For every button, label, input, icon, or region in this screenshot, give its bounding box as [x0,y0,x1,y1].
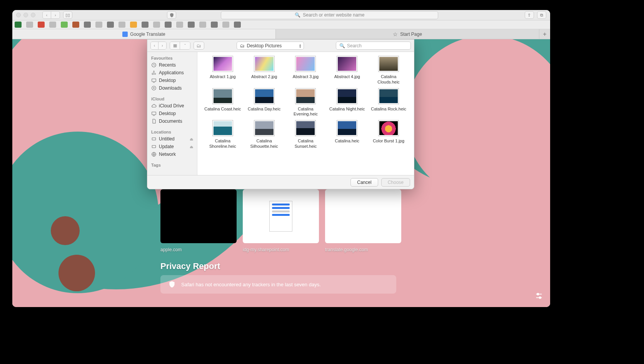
icon-view-button[interactable]: ▦ [170,42,180,49]
favbar-icon[interactable] [199,22,206,28]
sheet-search[interactable]: 🔍 Search [336,42,411,50]
tab-bar: Google Translate ☆ Start Page + [12,29,550,39]
location-popup[interactable]: 🗂 Desktop Pictures ▴▾ [237,42,304,50]
translate-icon [122,32,128,37]
sidebar-toggle[interactable]: ▯▯ [63,11,72,19]
file-item[interactable]: Abstract 4.jpg [327,56,367,85]
file-item[interactable]: Catalina.heic [327,120,367,149]
file-name: Abstract 3.jpg [293,74,319,80]
traffic-lights[interactable] [16,13,35,17]
tab-start-page[interactable]: ☆ Start Page [276,29,539,39]
favbar-icon[interactable] [15,22,22,28]
file-item[interactable]: Catalina Shoreline.heic [203,120,243,149]
favbar-icon[interactable] [49,22,56,28]
sidebar-item-downloads[interactable]: Downloads [147,84,197,92]
sidebar-item-untitled[interactable]: Untitled⏏ [147,135,197,143]
view-chevron-button[interactable]: ˇ [180,42,190,49]
file-item[interactable]: Color Burst 1.jpg [369,120,409,149]
max-dot[interactable] [31,13,35,17]
cancel-button[interactable]: Cancel [350,178,378,187]
file-item[interactable]: Catalina Clouds.heic [369,56,409,85]
favbar-icon[interactable] [107,22,114,28]
favbar-icon[interactable] [188,22,195,28]
desktop-icon [151,78,157,83]
favourite-card[interactable]: idg-my.sharepoint.com [243,189,319,252]
favbar-icon[interactable] [153,22,160,28]
choose-button[interactable]: Choose [381,178,410,187]
file-name: Abstract 2.jpg [251,74,277,80]
sidebar-item-network[interactable]: Network [147,150,197,158]
favbar-icon[interactable] [211,22,218,28]
privacy-shield-button[interactable] [167,11,176,19]
card-label: translate.google.com [325,247,401,252]
favbar-icon[interactable] [84,22,91,28]
sidebar-item-icloud-drive[interactable]: iCloud Drive [147,102,197,110]
favbar-icon[interactable] [165,22,172,28]
sidebar-item-applications[interactable]: Applications [147,69,197,77]
address-bar[interactable]: 🔍 Search or enter website name [221,11,438,19]
sidebar-section-tags: Tags [147,161,197,168]
file-item[interactable]: Catalina Evening.heic [286,88,326,117]
tab-google-translate[interactable]: Google Translate [12,29,276,39]
file-name: Catalina Clouds.heic [369,74,408,85]
new-tab-button[interactable]: + [539,29,550,39]
favbar-icon[interactable] [142,22,148,28]
file-grid-area[interactable]: Abstract 1.jpgAbstract 2.jpgAbstract 3.j… [197,52,414,175]
file-name: Catalina Silhouette.heic [245,139,284,149]
sidebar-item-desktop[interactable]: Desktop [147,77,197,84]
sidebar-item-update[interactable]: Update⏏ [147,143,197,150]
sheet-back-button[interactable]: ‹ [151,42,158,49]
file-thumbnail [254,88,275,104]
favbar-icon[interactable] [222,22,229,28]
file-item[interactable]: Catalina Night.heic [327,88,367,117]
favbar-icon[interactable] [95,22,102,28]
favbar-icon[interactable] [61,22,68,28]
back-button[interactable]: ‹ [43,12,51,18]
file-item[interactable]: Abstract 1.jpg [203,56,243,85]
privacy-heading: Privacy Report [160,261,220,271]
favourite-card[interactable]: apple.com [160,189,237,252]
sidebar-item-icloud-desktop[interactable]: Desktop [147,110,197,117]
sidebar-item-documents[interactable]: Documents [147,117,197,125]
share-button[interactable]: ⇪ [525,11,534,19]
picker-sidebar: Favourites Recents Applications Desktop … [147,52,197,175]
file-thumbnail [212,88,233,104]
file-item[interactable]: Catalina Coast.heic [203,88,243,117]
privacy-report-box[interactable]: Safari has not encountered any trackers … [160,275,396,294]
favourites-row: apple.com idg-my.sharepoint.com translat… [160,189,401,252]
file-thumbnail [295,88,316,104]
favbar-icon[interactable] [176,22,183,28]
file-name: Color Burst 1.jpg [373,139,404,144]
file-item[interactable]: Catalina Sunset.heic [286,120,326,149]
eject-icon[interactable]: ⏏ [190,137,193,141]
file-name: Catalina Evening.heic [286,107,325,117]
min-dot[interactable] [23,13,28,17]
favbar-icon[interactable] [38,22,45,28]
sidebar-section-locations: Locations [147,128,197,135]
file-item[interactable]: Abstract 2.jpg [244,56,284,85]
favbar-icon[interactable] [118,22,125,28]
favbar-icon[interactable] [72,22,79,28]
sidebar-section-icloud: iCloud [147,95,197,102]
tabs-overview-button[interactable]: ⧉ [537,11,546,19]
open-file-sheet: ‹ › ▦ ˇ 🗂 🗂 Desktop Pictures ▴▾ 🔍 Search [147,39,414,189]
close-dot[interactable] [16,13,21,17]
sheet-forward-button[interactable]: › [158,42,166,49]
card-preview [160,189,237,243]
file-item[interactable]: Catalina Day.heic [244,88,284,117]
search-placeholder: Search [347,43,362,48]
file-item[interactable]: Abstract 3.jpg [286,56,326,85]
favbar-icon[interactable] [26,22,33,28]
group-button[interactable]: 🗂 [194,42,204,50]
eject-icon[interactable]: ⏏ [190,145,193,149]
favbar-icon[interactable] [130,22,137,28]
folder-icon: 🗂 [240,43,245,48]
forward-button[interactable]: › [51,12,60,18]
window-toolbar: ‹ › ▯▯ 🔍 Search or enter website name ⇪ … [12,10,550,20]
favourite-card[interactable]: translate.google.com [325,189,401,252]
file-item[interactable]: Catalina Rock.heic [369,88,409,117]
file-item[interactable]: Catalina Silhouette.heic [244,120,284,149]
customize-button[interactable] [534,291,544,301]
favbar-icon[interactable] [234,22,241,28]
sidebar-item-recents[interactable]: Recents [147,61,197,69]
